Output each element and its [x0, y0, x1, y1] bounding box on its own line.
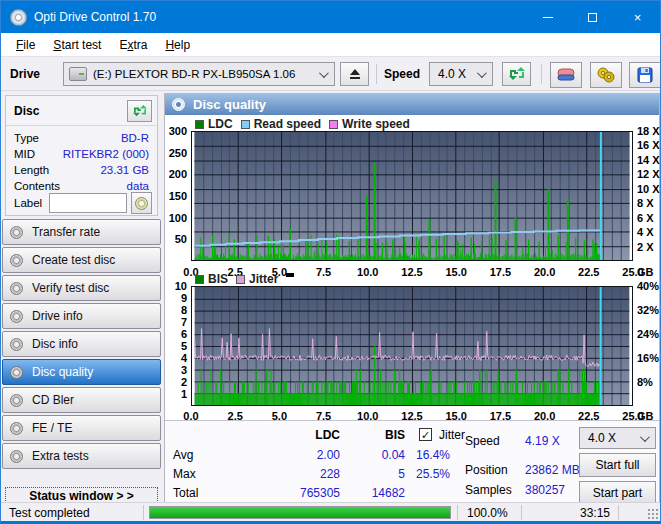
- y-axis-tick: 10: [163, 280, 187, 292]
- y-axis-tick: 250: [163, 147, 187, 159]
- sidebar: Transfer rateCreate test discVerify test…: [2, 219, 161, 471]
- y-axis-tick: 5: [163, 340, 187, 352]
- stats-col-bis: BIS: [345, 428, 405, 442]
- sidebar-item-fe-te[interactable]: FE / TE: [2, 415, 161, 441]
- window-title: Opti Drive Control 1.70: [34, 10, 156, 24]
- erase-disc-button[interactable]: [550, 62, 582, 88]
- legend-label: Write speed: [342, 117, 410, 131]
- disc-icon: [10, 254, 23, 267]
- refresh-icon: [509, 67, 525, 81]
- disc-quality-panel: Disc quality LDCRead speedWrite speed 30…: [164, 93, 660, 508]
- eject-button[interactable]: [340, 62, 369, 86]
- bottom-chart-legend: BISJitter: [187, 272, 294, 286]
- disc-refresh-button[interactable]: [127, 100, 152, 122]
- sidebar-item-create-test-disc[interactable]: Create test disc: [2, 247, 161, 273]
- speed-select[interactable]: 4.0 X: [429, 62, 493, 86]
- disc-icon: [10, 422, 23, 435]
- y2-axis-tick: 6 X: [637, 212, 654, 224]
- sidebar-item-cd-bler[interactable]: CD Bler: [2, 387, 161, 413]
- test-speed-select[interactable]: 4.0 X: [579, 427, 656, 449]
- stat-ldc-value: 228: [280, 467, 340, 481]
- start-full-button[interactable]: Start full: [579, 453, 656, 477]
- status-text: Test completed: [9, 506, 90, 520]
- y-axis-tick: 200: [163, 168, 187, 180]
- legend-label: Read speed: [254, 117, 321, 131]
- y2-axis-tick: 8%: [637, 376, 653, 388]
- toolbar: Drive (E:) PLEXTOR BD-R PX-LB950SA 1.06 …: [1, 57, 660, 91]
- field-label: Length: [14, 164, 49, 179]
- y2-axis-tick: 2 X: [637, 241, 654, 253]
- toolbar-separator: [541, 64, 542, 84]
- sidebar-item-label: Create test disc: [32, 253, 115, 267]
- compare-discs-button[interactable]: [590, 62, 622, 88]
- speed-select-value: 4.0 X: [438, 67, 466, 81]
- field-value: BD-R: [121, 132, 149, 147]
- sidebar-item-disc-info[interactable]: Disc info: [2, 331, 161, 357]
- menu-item-file[interactable]: File: [7, 35, 44, 55]
- close-icon: ×: [634, 10, 642, 25]
- toolbar-separator: [376, 64, 377, 84]
- legend-label: Jitter: [249, 272, 278, 286]
- y2-axis-tick: 32%: [637, 304, 659, 316]
- label-input[interactable]: [49, 193, 127, 213]
- sidebar-item-transfer-rate[interactable]: Transfer rate: [2, 219, 161, 245]
- progress-bar: [149, 506, 451, 519]
- y-axis-tick: 7: [163, 316, 187, 328]
- eject-icon: [349, 69, 361, 79]
- speed-stat-value: 4.19 X: [525, 434, 560, 448]
- progress-percent: 100.0%: [467, 506, 508, 520]
- y-axis-tick: 8: [163, 304, 187, 316]
- refresh-button[interactable]: [502, 62, 531, 86]
- y2-axis-tick: 12 X: [637, 168, 660, 180]
- menu-item-start-test[interactable]: Start test: [44, 35, 110, 55]
- divider: [521, 505, 522, 520]
- disc-icon: [10, 310, 23, 323]
- x-axis-tick: 20.0: [533, 266, 557, 278]
- title-bar: Opti Drive Control 1.70 ×: [1, 1, 660, 33]
- position-stat-value: 23862 MB: [525, 463, 580, 477]
- chevron-down-icon: [640, 432, 650, 442]
- menu-item-extra[interactable]: Extra: [110, 35, 156, 55]
- drive-select[interactable]: (E:) PLEXTOR BD-R PX-LB950SA 1.06: [63, 62, 335, 86]
- x-axis-tick: 10.0: [356, 266, 380, 278]
- legend-swatch: [195, 275, 204, 284]
- close-button[interactable]: ×: [615, 1, 660, 33]
- y2-axis-tick: 24%: [637, 328, 659, 340]
- y-axis-tick: 2: [163, 376, 187, 388]
- sidebar-item-verify-test-disc[interactable]: Verify test disc: [2, 275, 161, 301]
- stats-panel: LDC BIS ✓ Jitter Avg2.000.0416.4%Max2285…: [165, 420, 659, 508]
- divider: [457, 505, 458, 520]
- resize-grip[interactable]: [648, 509, 658, 519]
- y-axis-tick: 3: [163, 364, 187, 376]
- minimize-icon: [543, 17, 553, 18]
- x-axis-tick: 7.5: [312, 266, 336, 278]
- menu-item-help[interactable]: Help: [156, 35, 199, 55]
- disc-panel: Disc TypeBD-RMIDRITEKBR2 (000)Length23.3…: [5, 95, 158, 216]
- field-value: RITEKBR2 (000): [63, 148, 149, 163]
- sidebar-item-drive-info[interactable]: Drive info: [2, 303, 161, 329]
- maximize-button[interactable]: [570, 1, 615, 33]
- x-axis-unit: GB: [637, 266, 654, 278]
- jitter-checkbox[interactable]: ✓: [419, 428, 432, 441]
- legend-marker: [286, 273, 294, 277]
- disc-field-mid: MIDRITEKBR2 (000): [14, 148, 149, 163]
- stats-col-ldc: LDC: [280, 428, 340, 442]
- disc-icon: [10, 282, 23, 295]
- y-axis-tick: 50: [163, 233, 187, 245]
- sidebar-item-label: Extra tests: [32, 449, 89, 463]
- sidebar-item-disc-quality[interactable]: Disc quality: [2, 359, 161, 385]
- legend-label: BIS: [208, 272, 228, 286]
- sidebar-item-extra-tests[interactable]: Extra tests: [2, 443, 161, 469]
- stat-ldc-value: 2.00: [280, 448, 340, 462]
- disc-label-button[interactable]: [131, 192, 152, 214]
- divider: [618, 505, 619, 520]
- minimize-button[interactable]: [525, 1, 570, 33]
- progress-fill: [150, 507, 450, 518]
- gold-discs-icon: [597, 67, 615, 83]
- maximize-icon: [588, 13, 597, 22]
- y-axis-tick: 1: [163, 388, 187, 400]
- disc-icon: [10, 366, 23, 379]
- drive-select-value: (E:) PLEXTOR BD-R PX-LB950SA 1.06: [93, 68, 295, 80]
- y-axis-tick: 150: [163, 190, 187, 202]
- save-button[interactable]: [629, 62, 661, 88]
